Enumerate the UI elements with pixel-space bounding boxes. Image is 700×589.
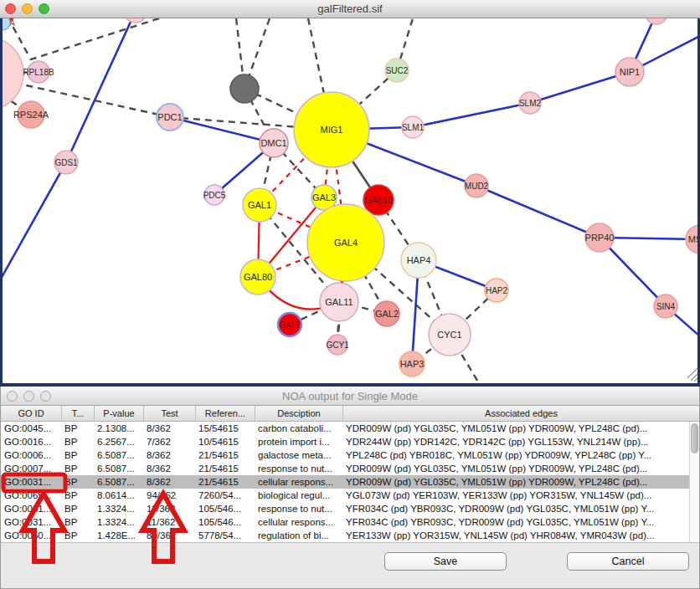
cancel-button[interactable]: Cancel xyxy=(567,552,689,571)
cell-description: galactose meta... xyxy=(255,448,342,462)
cell-reference: 21/54615 xyxy=(195,462,255,475)
graph-window: galFiltered.sif 17ARPL18BRPS24AGDS1PDC1D… xyxy=(0,0,700,387)
table-body: GO:0045...BP2.1308...8/36215/54615carbon… xyxy=(1,422,699,542)
table-row[interactable]: GO:0006...BP6.5087...8/36221/54615galact… xyxy=(1,448,699,462)
table-row[interactable]: GO:0050...BP1.428E...80/3625778/54...reg… xyxy=(1,529,699,542)
graph-node-label: GAL7 xyxy=(279,320,301,330)
graph-node-HAP3[interactable]: HAP3 xyxy=(399,351,425,376)
graph-node-GAL2[interactable]: GAL2 xyxy=(374,301,399,326)
graph-node-SIN4[interactable]: SIN4 xyxy=(654,294,677,318)
graph-node-GDS1[interactable]: GDS1 xyxy=(54,151,78,174)
table-row[interactable]: GO:0045...BP2.1308...8/36215/54615carbon… xyxy=(1,422,699,435)
table-row[interactable]: GO:0031...BP1.3324...11/362105/546...cel… xyxy=(1,515,699,529)
graph-node-NIP1[interactable]: NIP1 xyxy=(615,58,644,86)
cell-type: BP xyxy=(61,529,94,542)
graph-node-SUC2[interactable]: SUC2 xyxy=(385,59,409,82)
table-row[interactable]: GO:0016...BP6.2567...7/36210/54615protei… xyxy=(1,435,699,448)
graph-node-SLM2[interactable]: SLM2 xyxy=(519,92,542,114)
table-row[interactable]: GO:0031...BP1.3324...11/362105/546...res… xyxy=(1,502,699,515)
graph-node-GAL11[interactable]: GAL11 xyxy=(320,283,358,321)
graph-node-PDC1[interactable]: PDC1 xyxy=(157,104,183,131)
graph-node-CYC1[interactable]: CYC1 xyxy=(429,314,471,356)
column-header-type[interactable]: T... xyxy=(61,406,94,421)
column-header-test[interactable]: Test xyxy=(143,406,195,421)
graph-node-RPL18B[interactable]: RPL18B xyxy=(23,61,54,83)
cell-test: 11/362 xyxy=(143,502,195,515)
cell-go_id: GO:0050... xyxy=(1,529,61,542)
network-canvas[interactable]: 17ARPL18BRPS24AGDS1PDC1DMC1MIG1SUC2SLM1S… xyxy=(0,18,700,387)
graph-node-label: RPS24A xyxy=(13,110,49,120)
graph-node-GAL4[interactable]: GAL4 xyxy=(307,204,384,281)
graph-node-DMC1[interactable]: DMC1 xyxy=(260,129,288,157)
graph-node-label: SLM1 xyxy=(402,123,425,132)
noa-output-window: NOA output for Single Mode GO IDT...P-va… xyxy=(0,387,700,589)
graph-node-unlabeled[interactable] xyxy=(646,18,667,24)
save-button[interactable]: Save xyxy=(384,552,507,571)
cell-associated_edges: YGL073W (pd) YER103W, YER133W (pp) YOR31… xyxy=(342,489,699,502)
button-bar: Save Cancel xyxy=(1,542,699,589)
cell-go_id: GO:0031... xyxy=(1,515,61,529)
graph-node-RPS24A[interactable]: RPS24A xyxy=(13,101,49,128)
cell-reference: 7260/54... xyxy=(195,489,255,502)
cell-p_value: 1.3324... xyxy=(94,502,143,515)
graph-node-label: DMC1 xyxy=(260,138,286,148)
graph-node-unlabeled[interactable] xyxy=(3,37,23,110)
graph-node-MUD2[interactable]: MUD2 xyxy=(465,174,489,197)
graph-node-GAL80[interactable]: GAL80 xyxy=(240,259,275,294)
graph-node-label: NIP1 xyxy=(620,67,640,77)
graph-node-label: SUC2 xyxy=(386,66,409,75)
column-header-go_id[interactable]: GO ID xyxy=(1,406,61,421)
graph-node-SLM1[interactable]: SLM1 xyxy=(402,116,425,138)
cell-type: BP xyxy=(61,462,94,475)
vertical-scrollbar[interactable] xyxy=(689,422,699,542)
column-header-reference[interactable]: Referen... xyxy=(195,406,255,421)
graph-node-unlabeled[interactable] xyxy=(124,18,147,23)
cell-go_id: GO:0007... xyxy=(1,462,61,475)
cell-p_value: 6.5087... xyxy=(94,462,143,475)
graph-node-GAL1[interactable]: GAL1 xyxy=(243,188,276,222)
cell-associated_edges: YER133W (pp) YOR315W, YNL145W (pd) YHR08… xyxy=(342,529,699,542)
cell-reference: 21/54615 xyxy=(195,475,255,489)
graph-node-label: GAL3 xyxy=(312,192,336,202)
graph-node-MSL1[interactable]: MSL1 xyxy=(686,225,697,254)
cell-description: cellular respons... xyxy=(255,475,342,489)
cell-test: 8/362 xyxy=(143,448,195,462)
graph-node-label: PDC5 xyxy=(203,191,226,200)
cell-p_value: 1.3324... xyxy=(94,515,143,529)
network-graph: 17ARPL18BRPS24AGDS1PDC1DMC1MIG1SUC2SLM1S… xyxy=(3,18,697,383)
graph-node-label: MSL1 xyxy=(688,234,697,244)
graph-node-label: HAP4 xyxy=(407,255,431,265)
table-row[interactable]: GO:0007...BP6.5087...8/36221/54615respon… xyxy=(1,462,699,475)
cell-type: BP xyxy=(61,502,94,515)
cell-description: biological regul... xyxy=(255,489,342,502)
table-row[interactable]: GO:0065...BP8.0614...94/3627260/54...bio… xyxy=(1,489,699,502)
graph-node-GCY1[interactable]: GCY1 xyxy=(326,335,349,355)
graph-node-unlabeled[interactable] xyxy=(230,74,259,103)
cell-reference: 10/54615 xyxy=(195,435,255,448)
graph-node-HAP2[interactable]: HAP2 xyxy=(485,279,508,302)
graph-edge-blue xyxy=(530,72,630,103)
column-header-associated_edges[interactable]: Associated edges xyxy=(342,406,699,421)
graph-node-PRP40[interactable]: PRP40 xyxy=(585,223,615,252)
graph-node-label: GAL10 xyxy=(364,195,393,205)
noa-results-table: GO IDT...P-valueTestReferen...Desciption… xyxy=(1,406,699,542)
cell-test: 8/362 xyxy=(143,462,195,475)
graph-node-unlabeled[interactable] xyxy=(3,18,10,30)
cell-p_value: 6.5087... xyxy=(94,448,143,462)
graph-node-label: PDC1 xyxy=(157,112,182,122)
cell-reference: 105/546... xyxy=(195,502,255,515)
graph-node-label: GCY1 xyxy=(326,341,349,350)
scrollbar-thumb[interactable] xyxy=(691,423,698,453)
cell-go_id: GO:0016... xyxy=(1,435,61,448)
graph-edge-blue xyxy=(413,103,530,127)
cell-associated_edges: YDR244W (pp) YDR142C, YDR142C (pp) YGL15… xyxy=(342,435,699,448)
column-header-p_value[interactable]: P-value xyxy=(94,406,143,421)
graph-node-label: HAP2 xyxy=(486,286,508,295)
table-row[interactable]: GO:0031...BP6.5087...8/36221/54615cellul… xyxy=(1,475,699,489)
graph-node-GAL7[interactable]: GAL7 xyxy=(278,313,301,336)
graph-node-HAP4[interactable]: HAP4 xyxy=(401,243,436,278)
cell-description: response to nut... xyxy=(255,502,342,515)
column-header-description[interactable]: Desciption xyxy=(255,406,342,421)
graph-node-MIG1[interactable]: MIG1 xyxy=(294,92,369,167)
graph-edge-blue xyxy=(3,162,66,280)
